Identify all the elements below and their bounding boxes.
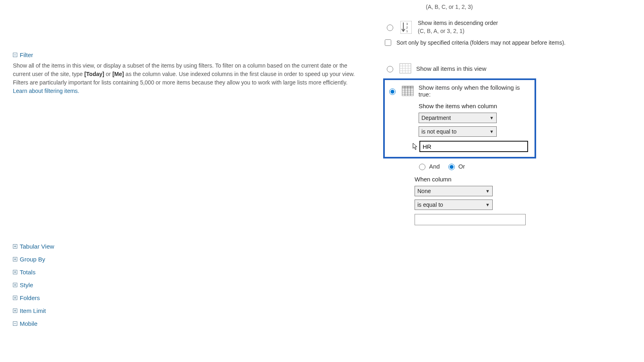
expand-icon: + <box>13 283 17 287</box>
chevron-down-icon: ▼ <box>485 202 490 207</box>
section-item-limit[interactable]: + Item Limit <box>13 307 54 314</box>
svg-rect-20 <box>402 86 413 88</box>
svg-text:1: 1 <box>406 29 408 33</box>
filter-value-2-input[interactable] <box>415 214 526 225</box>
chevron-down-icon: ▼ <box>489 129 494 134</box>
sort-desc-hint: (C, B, A, or 3, 2, 1) <box>418 27 498 35</box>
sort-asc-hint: (A, B, C, or 1, 2, 3) <box>426 4 473 10</box>
filter-highlight-box: Show items only when the following is tr… <box>383 78 536 158</box>
filter-operator-1-select[interactable]: is not equal to ▼ <box>419 126 497 137</box>
svg-text:3: 3 <box>406 22 408 26</box>
filter-show-all-label: Show all items in this view <box>416 65 486 72</box>
section-tabular-view[interactable]: + Tabular View <box>13 243 54 250</box>
filter-andor-row: And Or <box>417 162 641 170</box>
filter-operator-2-select[interactable]: is equal to ▼ <box>415 200 493 210</box>
filter-show-all-radio[interactable] <box>387 66 393 72</box>
section-folders[interactable]: + Folders <box>13 294 54 301</box>
sort-only-label: Sort only by specified criteria (folders… <box>396 39 566 46</box>
section-style[interactable]: + Style <box>13 282 54 288</box>
expand-icon: + <box>13 296 17 300</box>
sort-desc-radio[interactable] <box>387 25 393 31</box>
filter-section-header[interactable]: − Filter <box>13 51 375 58</box>
collapse-icon: − <box>13 53 17 57</box>
filter-show-all-row: Show all items in this view <box>385 62 641 74</box>
sort-desc-icon: 3 2 1 <box>399 20 413 35</box>
filter-and-label: And <box>429 163 440 170</box>
expand-icon: + <box>13 270 17 274</box>
show-all-icon <box>399 62 411 74</box>
collapse-icon: − <box>13 321 17 326</box>
section-totals[interactable]: + Totals <box>13 269 54 276</box>
expand-icon: + <box>13 309 17 313</box>
filter-show-only-label: Show items only when the following is tr… <box>419 84 532 98</box>
filter-section-title: Filter <box>20 51 33 58</box>
cursor-icon <box>412 143 418 150</box>
svg-text:2: 2 <box>406 26 408 29</box>
show-only-icon <box>402 85 414 97</box>
filter-column-1-select[interactable]: Department ▼ <box>419 113 497 123</box>
filter-or-radio[interactable] <box>448 164 455 170</box>
section-mobile[interactable]: − Mobile <box>13 320 54 327</box>
sort-asc-row: (A, B, C, or 1, 2, 3) <box>385 0 641 14</box>
filter-and-radio[interactable] <box>419 164 425 170</box>
filter-when-label-1: Show the items when column <box>419 103 532 109</box>
sort-desc-row: 3 2 1 Show items in descending order (C,… <box>385 19 641 35</box>
filter-or-label: Or <box>458 163 465 170</box>
filter-section-desc: Show all of the items in this view, or d… <box>13 62 361 95</box>
filter-when-label-2: When column <box>415 176 641 183</box>
filter-value-1-input[interactable] <box>419 141 528 152</box>
chevron-down-icon: ▼ <box>485 189 490 193</box>
learn-filtering-link[interactable]: Learn about filtering items. <box>13 88 79 94</box>
sort-desc-label: Show items in descending order <box>418 19 498 27</box>
expand-icon: + <box>13 244 17 249</box>
filter-column-2-select[interactable]: None ▼ <box>415 186 493 196</box>
filter-show-only-radio[interactable] <box>389 88 396 95</box>
expand-icon: + <box>13 257 17 261</box>
chevron-down-icon: ▼ <box>489 115 494 120</box>
sort-only-row: Sort only by specified criteria (folders… <box>383 38 641 47</box>
sort-only-checkbox[interactable] <box>385 39 391 46</box>
section-group-by[interactable]: + Group By <box>13 256 54 263</box>
